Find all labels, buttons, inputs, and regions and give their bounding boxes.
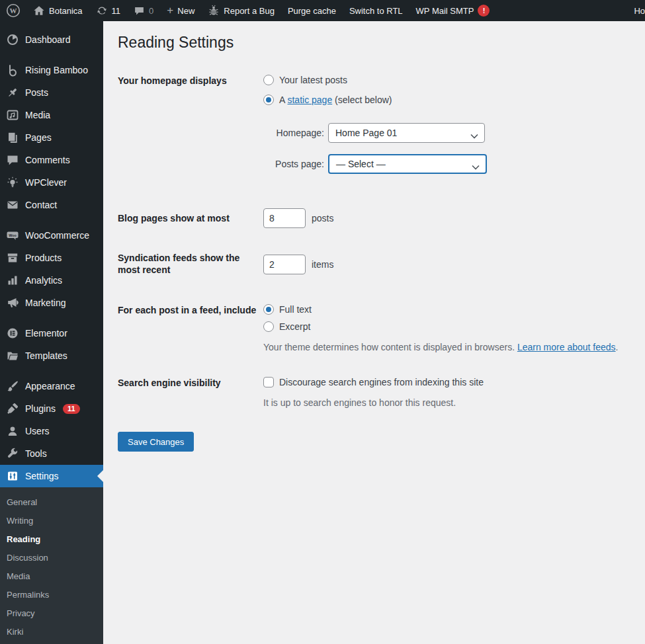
submenu-item-general[interactable]: General bbox=[0, 493, 103, 511]
sidebar-item-contact[interactable]: Contact bbox=[0, 194, 103, 216]
save-changes-button[interactable]: Save Changes bbox=[118, 432, 194, 452]
folder-icon bbox=[6, 349, 19, 362]
sidebar-item-plugins[interactable]: Plugins 11 bbox=[0, 397, 103, 420]
menu-separator bbox=[0, 51, 103, 59]
latest-posts-option[interactable]: Your latest posts bbox=[263, 75, 392, 85]
sidebar-item-analytics[interactable]: Analytics bbox=[0, 269, 103, 292]
purge-cache-link[interactable]: Purge cache bbox=[281, 0, 343, 21]
brush-icon bbox=[6, 380, 19, 393]
menu-separator bbox=[0, 367, 103, 375]
sidebar-item-rising-bamboo[interactable]: Rising Bamboo bbox=[0, 59, 103, 81]
chevron-down-icon bbox=[470, 130, 478, 141]
sidebar-item-elementor[interactable]: Elementor bbox=[0, 322, 103, 344]
homepage-select-value: Home Page 01 bbox=[335, 128, 397, 138]
wp-mail-smtp-label: WP Mail SMTP bbox=[416, 6, 474, 16]
comment-icon bbox=[134, 5, 145, 17]
feeds-note: Your theme determines how content is dis… bbox=[263, 342, 618, 352]
wordpress-logo-menu[interactable]: W bbox=[0, 0, 26, 21]
new-label: New bbox=[177, 6, 194, 16]
lightbulb-icon bbox=[6, 176, 19, 189]
homepage-displays-label: Your homepage displays bbox=[118, 75, 263, 105]
wp-mail-smtp-link[interactable]: WP Mail SMTP ! bbox=[409, 0, 497, 21]
switch-rtl-label: Switch to RTL bbox=[349, 6, 403, 16]
homepage-select[interactable]: Home Page 01 bbox=[328, 123, 485, 143]
bug-icon bbox=[208, 5, 220, 17]
admin-menu: Dashboard Rising Bamboo Posts Media bbox=[0, 21, 103, 487]
submenu-item-privacy[interactable]: Privacy bbox=[0, 604, 103, 622]
syndication-input[interactable] bbox=[263, 255, 306, 274]
learn-more-feeds-link[interactable]: Learn more about feeds bbox=[517, 342, 616, 352]
updates-link[interactable]: 11 bbox=[89, 0, 128, 21]
discourage-indexing-option[interactable]: Discourage search engines from indexing … bbox=[263, 377, 484, 387]
sidebar-item-label: Plugins bbox=[25, 403, 56, 414]
blog-pages-input[interactable] bbox=[263, 208, 306, 228]
sidebar-item-templates[interactable]: Templates bbox=[0, 344, 103, 367]
sidebar-item-label: WPClever bbox=[25, 177, 67, 188]
sidebar-item-label: Marketing bbox=[25, 298, 65, 308]
comment-icon bbox=[6, 153, 19, 167]
howdy-label: Ho bbox=[634, 6, 645, 16]
sidebar-item-users[interactable]: Users bbox=[0, 420, 103, 442]
static-page-option[interactable]: A static page (select below) bbox=[263, 95, 392, 105]
pin-icon bbox=[6, 86, 19, 99]
sidebar-item-products[interactable]: Products bbox=[0, 247, 103, 269]
submenu-item-reading[interactable]: Reading bbox=[0, 530, 103, 548]
latest-posts-radio[interactable] bbox=[263, 75, 274, 85]
full-text-radio[interactable] bbox=[263, 304, 274, 315]
homepage-select-label: Homepage: bbox=[263, 128, 324, 138]
feeds-note-text: Your theme determines how content is dis… bbox=[263, 342, 517, 352]
sidebar-item-label: Settings bbox=[25, 471, 59, 481]
full-text-option[interactable]: Full text bbox=[263, 304, 312, 315]
megaphone-icon bbox=[6, 296, 19, 309]
submenu-item-writing[interactable]: Writing bbox=[0, 511, 103, 530]
submenu-item-discussion[interactable]: Discussion bbox=[0, 548, 103, 567]
user-icon bbox=[6, 424, 19, 438]
site-name-label: Botanica bbox=[49, 6, 83, 16]
submenu-label: Discussion bbox=[7, 553, 48, 563]
sidebar-item-comments[interactable]: Comments bbox=[0, 149, 103, 171]
submenu-item-permalinks[interactable]: Permalinks bbox=[0, 585, 103, 604]
sidebar-item-wpclever[interactable]: WPClever bbox=[0, 171, 103, 194]
menu-separator bbox=[0, 216, 103, 224]
sidebar-item-dashboard[interactable]: Dashboard bbox=[0, 28, 103, 51]
sidebar-item-posts[interactable]: Posts bbox=[0, 81, 103, 104]
search-visibility-row: Search engine visibility Discourage sear… bbox=[118, 377, 484, 389]
comments-link[interactable]: 0 bbox=[127, 0, 160, 21]
report-a-bug-link[interactable]: Report a Bug bbox=[201, 0, 281, 21]
discourage-indexing-label: Discourage search engines from indexing … bbox=[279, 377, 484, 387]
excerpt-radio[interactable] bbox=[263, 321, 274, 332]
static-page-link[interactable]: static page bbox=[287, 95, 332, 105]
comments-count: 0 bbox=[149, 6, 153, 16]
submenu-label: Reading bbox=[7, 534, 40, 544]
sidebar-item-pages[interactable]: Pages bbox=[0, 126, 103, 149]
sidebar-item-appearance[interactable]: Appearance bbox=[0, 375, 103, 397]
sidebar-item-woocommerce[interactable]: Woo WooCommerce bbox=[0, 224, 103, 247]
media-icon bbox=[6, 108, 19, 122]
discourage-indexing-checkbox[interactable] bbox=[263, 377, 274, 387]
reading-settings-page: Reading Settings Your homepage displays … bbox=[103, 21, 645, 644]
switch-to-rtl-link[interactable]: Switch to RTL bbox=[343, 0, 409, 21]
feed-include-label: For each post in a feed, include bbox=[118, 304, 263, 332]
sidebar-item-media[interactable]: Media bbox=[0, 104, 103, 126]
sidebar-item-marketing[interactable]: Marketing bbox=[0, 292, 103, 314]
new-content-link[interactable]: + New bbox=[160, 0, 201, 21]
sidebar-item-label: Posts bbox=[25, 87, 48, 98]
menu-separator bbox=[0, 314, 103, 322]
site-name-link[interactable]: Botanica bbox=[26, 0, 89, 21]
static-page-radio[interactable] bbox=[263, 95, 274, 105]
home-icon bbox=[33, 5, 45, 17]
submenu-item-kirki[interactable]: Kirki bbox=[0, 622, 103, 641]
purge-cache-label: Purge cache bbox=[288, 6, 336, 16]
posts-page-select[interactable]: — Select — bbox=[328, 154, 487, 174]
chevron-down-icon bbox=[472, 161, 480, 172]
sidebar-item-settings[interactable]: Settings bbox=[0, 465, 103, 487]
sidebar-item-tools[interactable]: Tools bbox=[0, 442, 103, 465]
bar-chart-icon bbox=[6, 274, 19, 287]
static-page-label: A static page (select below) bbox=[279, 95, 392, 105]
submenu-label: General bbox=[7, 497, 37, 507]
howdy-link[interactable]: Ho bbox=[634, 0, 645, 21]
plugins-update-badge: 11 bbox=[63, 404, 80, 414]
excerpt-option[interactable]: Excerpt bbox=[263, 321, 312, 332]
submenu-item-media[interactable]: Media bbox=[0, 567, 103, 585]
submenu-label: Permalinks bbox=[7, 590, 49, 600]
